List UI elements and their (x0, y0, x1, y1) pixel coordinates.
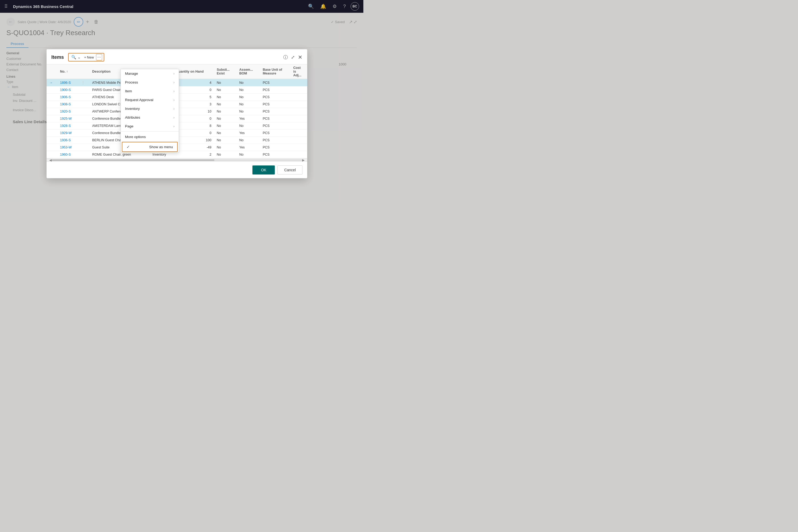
scroll-track[interactable] (52, 159, 302, 161)
drag-handle-cell[interactable] (79, 151, 90, 158)
assem-cell: No (236, 87, 260, 94)
qty-cell: 0 (173, 115, 214, 122)
assem-cell: Yes (236, 115, 260, 122)
chevron-right-icon: › (173, 72, 174, 76)
menu-item-request-approval[interactable]: Request Approval › (121, 95, 179, 104)
subst-cell: No (214, 87, 237, 94)
row-arrow-cell (46, 115, 57, 122)
item-no-cell[interactable]: 1908-S (57, 101, 79, 108)
subst-cell: No (214, 94, 237, 101)
uom-cell: PCS (260, 151, 291, 158)
qty-cell: 4 (173, 79, 214, 87)
drag-handle-cell[interactable] (79, 144, 90, 151)
col-subst[interactable]: Substi...Exist (214, 64, 237, 79)
subst-cell: No (214, 144, 237, 151)
drag-handle-cell[interactable] (79, 94, 90, 101)
dialog-search-button[interactable]: 🔍 ⌄ (70, 54, 82, 60)
horizontal-scrollbar[interactable]: ◀ ▶ (46, 158, 307, 162)
assem-cell: No (236, 108, 260, 115)
subst-cell: No (214, 115, 237, 122)
uom-cell: PCS (260, 122, 291, 130)
item-no-cell[interactable]: 1896-S (57, 79, 79, 87)
drag-handle-cell[interactable]: ⋮ (79, 79, 90, 87)
dialog-footer: OK Cancel (46, 162, 307, 178)
menu-item-show-as-menu[interactable]: ✓ Show as menu (122, 142, 178, 152)
qty-cell: 100 (173, 137, 214, 144)
uom-cell: PCS (260, 115, 291, 122)
scroll-thumb[interactable] (52, 159, 214, 161)
item-no-cell[interactable]: 1960-S (57, 151, 79, 158)
col-qty[interactable]: Quantity on Hand (173, 64, 214, 79)
uom-cell: PCS (260, 144, 291, 151)
uom-cell: PCS (260, 94, 291, 101)
chevron-right-icon: › (173, 89, 174, 93)
drag-handle-icon[interactable]: ⋮ (81, 81, 85, 84)
cost-cell (290, 115, 307, 122)
drag-handle-cell[interactable] (79, 130, 90, 137)
subst-cell: No (214, 108, 237, 115)
qty-cell: 0 (173, 130, 214, 137)
menu-item-more-options[interactable]: More options (121, 132, 179, 141)
qty-cell: 5 (173, 94, 214, 101)
menu-separator (121, 131, 179, 132)
item-no-cell[interactable]: 1953-W (57, 144, 79, 151)
dialog-info-button[interactable]: ⓘ (283, 54, 288, 60)
drag-handle-cell[interactable] (79, 137, 90, 144)
menu-item-attributes[interactable]: Attributes › (121, 113, 179, 122)
item-no-cell[interactable]: 1900-S (57, 87, 79, 94)
dialog-new-button[interactable]: + New (82, 55, 95, 60)
row-arrow-cell (46, 144, 57, 151)
chevron-right-icon: › (173, 81, 174, 84)
menu-item-manage[interactable]: Manage › (121, 69, 179, 78)
drag-handle-cell[interactable] (79, 122, 90, 130)
item-no-cell[interactable]: 1929-W (57, 130, 79, 137)
item-no-cell[interactable]: 1925-W (57, 115, 79, 122)
menu-item-item[interactable]: Item › (121, 87, 179, 95)
row-arrow-cell (46, 137, 57, 144)
subst-cell: No (214, 122, 237, 130)
dialog-more-button[interactable]: ··· (96, 54, 102, 60)
item-no-cell[interactable]: 1920-S (57, 108, 79, 115)
col-no[interactable]: No. ↑ (57, 64, 79, 79)
scroll-left-arrow[interactable]: ◀ (49, 158, 52, 162)
menu-item-process[interactable]: Process › (121, 78, 179, 87)
drag-handle-cell[interactable] (79, 101, 90, 108)
cost-cell (290, 151, 307, 158)
drag-handle-cell[interactable] (79, 87, 90, 94)
menu-item-inventory[interactable]: Inventory › (121, 104, 179, 113)
col-cost[interactable]: CostisAdj... (290, 64, 307, 79)
dialog-title: Items (51, 55, 64, 60)
checkmark-icon: ✓ (127, 145, 130, 149)
chevron-right-icon: › (173, 107, 174, 111)
col-assem[interactable]: Assem...BOM (236, 64, 260, 79)
dialog-toolbar: 🔍 ⌄ + New ··· (68, 53, 104, 61)
dialog-header-right: ⓘ ⤢ ✕ (283, 54, 302, 60)
scroll-right-arrow[interactable]: ▶ (302, 158, 305, 162)
qty-cell: 10 (173, 108, 214, 115)
item-no-cell[interactable]: 1936-S (57, 137, 79, 144)
drag-handle-cell[interactable] (79, 108, 90, 115)
cancel-button[interactable]: Cancel (278, 166, 302, 174)
plus-icon: + (84, 55, 86, 59)
qty-cell: -49 (173, 144, 214, 151)
assem-cell: No (236, 137, 260, 144)
item-no-cell[interactable]: 1906-S (57, 94, 79, 101)
dialog-close-button[interactable]: ✕ (298, 54, 302, 60)
cost-cell (290, 144, 307, 151)
uom-cell: PCS (260, 108, 291, 115)
assem-cell: No (236, 94, 260, 101)
cost-cell (290, 108, 307, 115)
drag-handle-cell[interactable] (79, 115, 90, 122)
dialog-expand-button[interactable]: ⤢ (291, 55, 295, 60)
cost-cell (290, 122, 307, 130)
ok-button[interactable]: OK (252, 166, 275, 174)
assem-cell: Yes (236, 144, 260, 151)
assem-cell: No (236, 151, 260, 158)
menu-item-page[interactable]: Page › (121, 122, 179, 131)
item-no-cell[interactable]: 1928-S (57, 122, 79, 130)
row-arrow-cell: → (46, 79, 57, 87)
cost-cell (290, 101, 307, 108)
subst-cell: No (214, 130, 237, 137)
col-uom[interactable]: Base Unit ofMeasure (260, 64, 291, 79)
assem-cell: Yes (236, 130, 260, 137)
